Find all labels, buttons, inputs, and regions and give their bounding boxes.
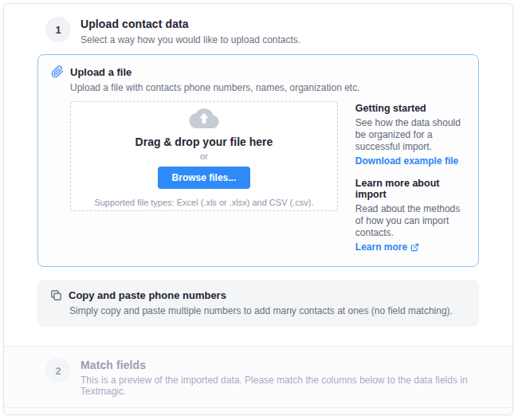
learn-more-body: Read about the methods of how you can im… bbox=[355, 203, 465, 239]
step-number: 2 bbox=[45, 358, 71, 383]
step-1-section: 1 Upload contact data Select a way how y… bbox=[4, 4, 512, 327]
import-wizard-card: 1 Upload contact data Select a way how y… bbox=[3, 3, 513, 415]
learn-more-block: Learn more about import Read about the m… bbox=[355, 178, 465, 253]
dropzone-heading: Drag & drop your file here bbox=[135, 135, 273, 148]
copy-paste-title: Copy and paste phone numbers bbox=[69, 289, 226, 301]
copy-icon bbox=[50, 289, 62, 301]
cloud-upload-icon bbox=[189, 105, 219, 130]
step-3-section: 3 Additional options Choose lists where … bbox=[4, 407, 512, 415]
step-title: Upload contact data bbox=[80, 18, 300, 30]
copy-paste-subtitle: Simply copy and paste multiple numbers t… bbox=[69, 305, 466, 316]
step-1-header: 1 Upload contact data Select a way how y… bbox=[4, 4, 512, 45]
step-subtitle: This is a preview of the imported data. … bbox=[80, 375, 493, 397]
step-number: 1 bbox=[45, 17, 71, 42]
help-column: Getting started See how the data should … bbox=[355, 101, 465, 253]
browse-files-button[interactable]: Browse files... bbox=[158, 167, 251, 189]
learn-more-title: Learn more about import bbox=[355, 178, 465, 200]
getting-started-block: Getting started See how the data should … bbox=[355, 103, 465, 167]
download-example-file-link[interactable]: Download example file bbox=[355, 155, 458, 167]
upload-file-title: Upload a file bbox=[70, 66, 131, 78]
learn-more-link[interactable]: Learn more bbox=[355, 241, 419, 253]
paperclip-icon bbox=[51, 65, 64, 78]
step-subtitle: Select a way how you would like to uploa… bbox=[80, 34, 300, 45]
download-example-file-label: Download example file bbox=[355, 155, 458, 167]
dropzone-or-label: or bbox=[200, 151, 208, 161]
getting-started-title: Getting started bbox=[355, 103, 465, 114]
getting-started-body: See how the data should be organized for… bbox=[355, 117, 465, 153]
upload-file-option[interactable]: Upload a file Upload a file with contact… bbox=[37, 54, 479, 267]
external-link-icon bbox=[410, 243, 419, 252]
file-dropzone[interactable]: Drag & drop your file here or Browse fil… bbox=[70, 101, 338, 211]
learn-more-label: Learn more bbox=[355, 241, 407, 253]
supported-file-types-text: Supported file types: Excel (.xls or .xl… bbox=[94, 198, 313, 207]
step-2-section: 2 Match fields This is a preview of the … bbox=[4, 346, 512, 407]
upload-file-subtitle: Upload a file with contacts phone number… bbox=[70, 82, 465, 93]
step-title: Match fields bbox=[80, 359, 493, 371]
copy-paste-option[interactable]: Copy and paste phone numbers Simply copy… bbox=[37, 280, 479, 327]
